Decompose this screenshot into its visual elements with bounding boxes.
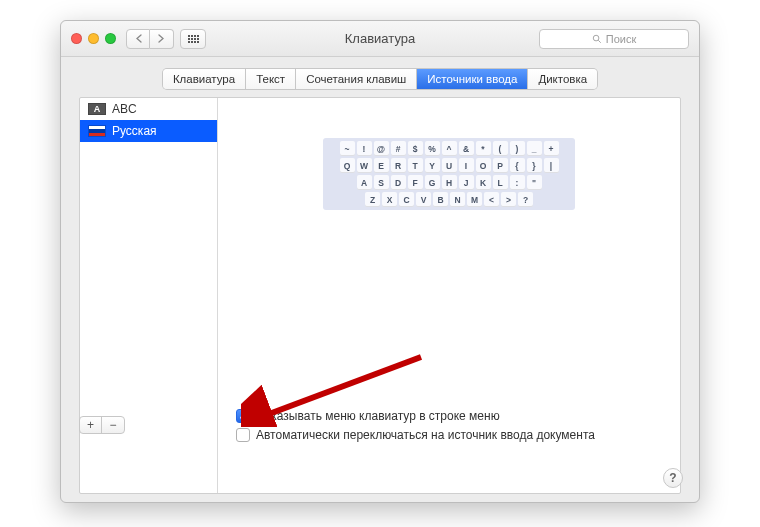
tab-text[interactable]: Текст — [246, 69, 296, 89]
grid-icon — [188, 35, 199, 43]
tab-bar: Клавиатура Текст Сочетания клавиш Источн… — [163, 69, 597, 89]
minimize-window-button[interactable] — [88, 33, 99, 44]
input-source-item-abc[interactable]: A ABC — [80, 98, 217, 120]
keyboard-key: < — [484, 192, 499, 207]
virtual-keyboard: ~!@#$%^&*()_+QWERTYUIOP{}|ASDFGHJKL:"ZXC… — [323, 138, 575, 210]
keyboard-key: P — [493, 158, 508, 173]
remove-source-button[interactable]: − — [102, 417, 124, 433]
show-all-button[interactable] — [180, 29, 206, 49]
tab-dictation[interactable]: Диктовка — [528, 69, 597, 89]
tab-input-sources[interactable]: Источники ввода — [417, 69, 528, 89]
keyboard-key: G — [425, 175, 440, 190]
russia-flag-icon — [88, 125, 106, 137]
keyboard-key: ^ — [442, 141, 457, 156]
keyboard-key: | — [544, 158, 559, 173]
search-placeholder: Поиск — [606, 33, 636, 45]
add-source-button[interactable]: + — [80, 417, 102, 433]
keyboard-key: @ — [374, 141, 389, 156]
keyboard-key: A — [357, 175, 372, 190]
search-input[interactable]: Поиск — [539, 29, 689, 49]
add-remove-group: + − — [79, 416, 125, 434]
keyboard-key: ! — [357, 141, 372, 156]
auto-switch-checkbox[interactable] — [236, 428, 250, 442]
tab-shortcuts[interactable]: Сочетания клавиш — [296, 69, 417, 89]
keyboard-key: K — [476, 175, 491, 190]
keyboard-key: # — [391, 141, 406, 156]
keyboard-key: J — [459, 175, 474, 190]
keyboard-key: X — [382, 192, 397, 207]
keyboard-key: { — [510, 158, 525, 173]
keyboard-key: Z — [365, 192, 380, 207]
titlebar: Клавиатура Поиск — [61, 21, 699, 57]
keyboard-key: H — [442, 175, 457, 190]
keyboard-key: % — [425, 141, 440, 156]
keyboard-key: B — [433, 192, 448, 207]
keyboard-key: E — [374, 158, 389, 173]
keyboard-key: ( — [493, 141, 508, 156]
keyboard-key: D — [391, 175, 406, 190]
nav-buttons — [126, 29, 174, 49]
keyboard-key: _ — [527, 141, 542, 156]
keyboard-key: U — [442, 158, 457, 173]
input-source-item-russian[interactable]: Русская — [80, 120, 217, 142]
traffic-lights — [71, 33, 116, 44]
keyboard-key: Q — [340, 158, 355, 173]
keyboard-key: S — [374, 175, 389, 190]
back-button[interactable] — [126, 29, 150, 49]
zoom-window-button[interactable] — [105, 33, 116, 44]
keyboard-key: $ — [408, 141, 423, 156]
show-menu-row: Показывать меню клавиатур в строке меню — [236, 409, 595, 423]
keyboard-key: L — [493, 175, 508, 190]
keyboard-key: ) — [510, 141, 525, 156]
keyboard-key: I — [459, 158, 474, 173]
forward-button[interactable] — [150, 29, 174, 49]
keyboard-key: M — [467, 192, 482, 207]
keyboard-key: C — [399, 192, 414, 207]
keyboard-key: " — [527, 175, 542, 190]
keyboard-key: O — [476, 158, 491, 173]
help-button[interactable]: ? — [663, 468, 683, 488]
auto-switch-label: Автоматически переключаться на источник … — [256, 428, 595, 442]
keyboard-key: } — [527, 158, 542, 173]
keyboard-key: F — [408, 175, 423, 190]
show-menu-label: Показывать меню клавиатур в строке меню — [256, 409, 500, 423]
keyboard-key: R — [391, 158, 406, 173]
keyboard-key: & — [459, 141, 474, 156]
svg-line-1 — [598, 40, 601, 43]
auto-switch-row: Автоматически переключаться на источник … — [236, 428, 595, 442]
keyboard-key: W — [357, 158, 372, 173]
keyboard-key: Y — [425, 158, 440, 173]
tab-keyboard[interactable]: Клавиатура — [163, 69, 246, 89]
keyboard-key: N — [450, 192, 465, 207]
keyboard-key: * — [476, 141, 491, 156]
keyboard-key: T — [408, 158, 423, 173]
svg-point-0 — [593, 35, 599, 41]
close-window-button[interactable] — [71, 33, 82, 44]
input-source-label: Русская — [112, 124, 157, 138]
keyboard-key: V — [416, 192, 431, 207]
keyboard-key: : — [510, 175, 525, 190]
input-source-label: ABC — [112, 102, 137, 116]
abc-flag-icon: A — [88, 103, 106, 115]
keyboard-key: ? — [518, 192, 533, 207]
show-menu-checkbox[interactable] — [236, 409, 250, 423]
search-icon — [592, 34, 602, 44]
preferences-window: Клавиатура Поиск Клавиатура Текст Сочета… — [60, 20, 700, 503]
keyboard-key: + — [544, 141, 559, 156]
options-area: Показывать меню клавиатур в строке меню … — [236, 409, 595, 442]
keyboard-key: ~ — [340, 141, 355, 156]
keyboard-key: > — [501, 192, 516, 207]
